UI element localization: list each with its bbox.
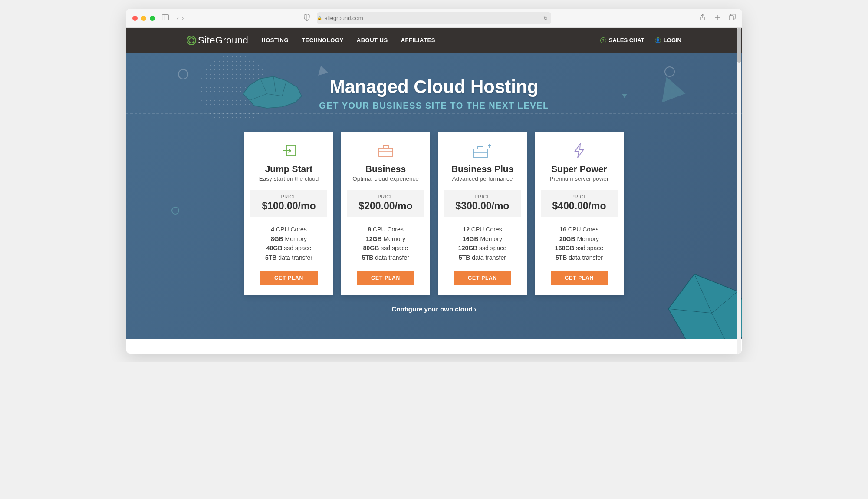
- briefcase-icon: [347, 143, 424, 159]
- svg-rect-0: [162, 14, 169, 20]
- hero-title: Managed Cloud Hosting: [187, 76, 681, 97]
- share-icon[interactable]: [699, 14, 706, 23]
- price-label: PRICE: [347, 194, 424, 199]
- get-plan-button[interactable]: GET PLAN: [551, 271, 608, 285]
- deco-circle: [664, 66, 675, 77]
- plan-card-super-power: Super Power Premium server power PRICE $…: [535, 132, 624, 295]
- price-value: $400.00/mo: [541, 200, 618, 212]
- sales-chat-link[interactable]: ? SALES CHAT: [600, 37, 644, 43]
- plans-row: Jump Start Easy start on the cloud PRICE…: [187, 132, 681, 295]
- traffic-lights: [132, 16, 155, 21]
- lightning-icon: [541, 143, 618, 159]
- logo-text: SiteGround: [198, 35, 248, 46]
- site-header: SiteGround HOSTING TECHNOLOGY ABOUT US A…: [126, 28, 742, 53]
- new-tab-icon[interactable]: [714, 14, 721, 23]
- get-plan-button[interactable]: GET PLAN: [357, 271, 414, 285]
- plan-name: Jump Start: [250, 164, 327, 174]
- tabs-icon[interactable]: [729, 14, 736, 23]
- configure-own-cloud-link[interactable]: Configure your own cloud ›: [392, 305, 477, 313]
- price-label: PRICE: [250, 194, 327, 199]
- plan-specs: 16 CPU Cores 20GB Memory 160GB ssd space…: [541, 225, 618, 263]
- lock-icon: 🔒: [317, 16, 322, 20]
- scrollbar-thumb[interactable]: [737, 28, 741, 63]
- nav-hosting[interactable]: HOSTING: [261, 37, 289, 43]
- page-content: SiteGround HOSTING TECHNOLOGY ABOUT US A…: [126, 28, 742, 354]
- nav-about-us[interactable]: ABOUT US: [357, 37, 388, 43]
- user-icon: 👤: [655, 37, 661, 43]
- plan-name: Business: [347, 164, 424, 174]
- chat-icon: ?: [600, 37, 606, 43]
- deco-circle: [171, 207, 179, 215]
- plan-name: Business Plus: [444, 164, 521, 174]
- price-box: PRICE $200.00/mo: [347, 190, 424, 217]
- arrow-box-icon: [250, 143, 327, 159]
- fullscreen-window-button[interactable]: [150, 16, 155, 21]
- plan-specs: 12 CPU Cores 16GB Memory 120GB ssd space…: [444, 225, 521, 263]
- hero-section: Managed Cloud Hosting GET YOUR BUSINESS …: [126, 53, 742, 339]
- nav-technology[interactable]: TECHNOLOGY: [302, 37, 344, 43]
- back-button[interactable]: ‹: [177, 14, 179, 22]
- scrollbar-track[interactable]: [737, 28, 741, 354]
- main-nav: HOSTING TECHNOLOGY ABOUT US AFFILIATES: [261, 37, 435, 43]
- price-box: PRICE $100.00/mo: [250, 190, 327, 217]
- sales-chat-label: SALES CHAT: [609, 37, 644, 43]
- get-plan-button[interactable]: GET PLAN: [260, 271, 318, 285]
- price-value: $100.00/mo: [250, 200, 327, 212]
- minimize-window-button[interactable]: [141, 16, 146, 21]
- plan-card-business-plus: Business Plus Advanced performance PRICE…: [438, 132, 527, 295]
- price-label: PRICE: [541, 194, 618, 199]
- price-box: PRICE $400.00/mo: [541, 190, 618, 217]
- price-value: $200.00/mo: [347, 200, 424, 212]
- plan-tagline: Easy start on the cloud: [250, 175, 327, 182]
- plan-specs: 4 CPU Cores 8GB Memory 40GB ssd space 5T…: [250, 225, 327, 263]
- hero-subtitle: GET YOUR BUSINESS SITE TO THE NEXT LEVEL: [187, 101, 681, 111]
- svg-rect-19: [473, 149, 487, 157]
- get-plan-button[interactable]: GET PLAN: [454, 271, 511, 285]
- close-window-button[interactable]: [132, 16, 138, 21]
- plan-tagline: Optimal cloud experience: [347, 175, 424, 182]
- forward-button[interactable]: ›: [181, 14, 184, 22]
- browser-window: ‹ › 🔒 siteground.com ↻: [126, 9, 742, 354]
- plan-tagline: Advanced performance: [444, 175, 521, 182]
- plan-tagline: Premium server power: [541, 175, 618, 182]
- logo[interactable]: SiteGround: [187, 35, 248, 46]
- browser-chrome: ‹ › 🔒 siteground.com ↻: [126, 9, 742, 28]
- svg-rect-3: [729, 16, 733, 20]
- plan-name: Super Power: [541, 164, 618, 174]
- white-strip: [126, 339, 742, 354]
- url-bar[interactable]: 🔒 siteground.com ↻: [317, 12, 551, 24]
- plan-specs: 8 CPU Cores 12GB Memory 80GB ssd space 5…: [347, 225, 424, 263]
- briefcase-plus-icon: [444, 143, 521, 159]
- logo-swirl-icon: [187, 36, 196, 45]
- plan-card-business: Business Optimal cloud experience PRICE …: [341, 132, 430, 295]
- url-text: siteground.com: [325, 15, 363, 21]
- login-link[interactable]: 👤 LOGIN: [655, 37, 681, 43]
- deco-triangle: [316, 64, 328, 76]
- plan-card-jump-start: Jump Start Easy start on the cloud PRICE…: [244, 132, 333, 295]
- sidebar-toggle-icon[interactable]: [162, 14, 169, 22]
- refresh-icon[interactable]: ↻: [543, 15, 548, 21]
- nav-affiliates[interactable]: AFFILIATES: [401, 37, 435, 43]
- privacy-shield-icon[interactable]: [304, 14, 310, 23]
- price-box: PRICE $300.00/mo: [444, 190, 521, 217]
- login-label: LOGIN: [664, 37, 681, 43]
- price-value: $300.00/mo: [444, 200, 521, 212]
- price-label: PRICE: [444, 194, 521, 199]
- svg-rect-17: [379, 148, 393, 156]
